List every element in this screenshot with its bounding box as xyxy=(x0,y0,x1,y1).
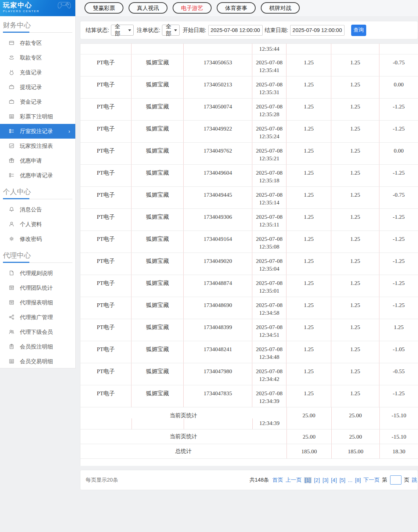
cell-game: 狐媚宝藏 xyxy=(131,54,184,76)
table-row: PT电子狐媚宝藏17340488742025-07-0812:35:011.25… xyxy=(80,275,418,297)
summary-win: -15.10 xyxy=(379,429,418,444)
cell-platform xyxy=(80,44,131,54)
page-link[interactable]: [8] xyxy=(355,477,361,483)
page-jump-input[interactable] xyxy=(390,475,401,485)
sidebar-item-agent-team-stats[interactable]: 代理团队统计 xyxy=(0,281,75,295)
page-link[interactable]: [1] xyxy=(304,477,311,483)
total-win: 18.30 xyxy=(379,444,418,458)
sidebar-item-recharge-records[interactable]: 充值记录 xyxy=(0,65,75,80)
sidebar-item-promo-apply[interactable]: 优惠申请 xyxy=(0,153,75,168)
cell-order: 1734050653 xyxy=(184,54,252,76)
tab-live-video[interactable]: 真人视讯 xyxy=(129,2,167,14)
cell-order: 1734049306 xyxy=(184,209,252,231)
sidebar-item-label: 资金记录 xyxy=(20,99,42,106)
jump-go-link[interactable]: 跳 xyxy=(412,476,417,483)
order-status-select[interactable]: 全部 xyxy=(162,25,180,36)
sidebar-item-promo-apply-records[interactable]: 优惠申请记录 xyxy=(0,168,75,183)
sidebar-item-hall-bet-records[interactable]: 厅室投注记录› xyxy=(0,124,75,139)
cell-bet: 1.25 xyxy=(287,54,331,76)
tab-board-games[interactable]: 棋牌对战 xyxy=(261,2,300,14)
sidebar-item-agent-sub-members[interactable]: 代理下级会员 xyxy=(0,325,75,339)
end-date-input[interactable] xyxy=(290,25,345,36)
cell-valid-bet: 1.25 xyxy=(331,209,379,231)
clipboard-icon xyxy=(9,344,15,350)
cell-bet: 1.25 xyxy=(287,297,331,319)
tab-electronic-games[interactable]: 电子游艺 xyxy=(173,2,212,14)
sidebar-item-deposit-zone[interactable]: 存款专区 xyxy=(0,36,75,50)
cell-game: 狐媚宝藏 xyxy=(131,121,184,142)
sidebar: 玩家中心 PLAYERS CENTER 财务中心存款专区取款专区充值记录提现记录… xyxy=(0,0,76,368)
jump-prefix-label: 第 xyxy=(382,476,388,483)
cell-game: 狐媚宝藏 xyxy=(131,165,184,186)
cell-game: 狐媚宝藏 xyxy=(131,319,184,341)
cell-game: 狐媚宝藏 xyxy=(131,143,184,164)
sidebar-item-withdraw-zone[interactable]: 取款专区 xyxy=(0,50,75,65)
divider xyxy=(131,418,132,429)
sidebar-item-member-transaction-details[interactable]: 会员交易明细 xyxy=(0,354,75,369)
top-tabs-bar: 雙赢彩票真人视讯电子游艺体育赛事棋牌对战 xyxy=(76,0,418,16)
summary-label: 当前页统计 xyxy=(80,412,287,419)
cell-win xyxy=(379,44,418,54)
cell-valid-bet: 1.25 xyxy=(331,54,379,76)
sidebar-item-player-bet-report[interactable]: 玩家投注报表 xyxy=(0,139,75,153)
cell-platform: PT电子 xyxy=(80,341,131,363)
page-link[interactable]: [3] xyxy=(322,477,328,483)
wallet-icon xyxy=(9,99,15,105)
cell-order: 1734049762 xyxy=(184,143,252,164)
sidebar-item-messages[interactable]: 消息公告 xyxy=(0,202,75,217)
cell-datetime: 2025-07-0812:34:42 xyxy=(252,363,287,385)
page-link[interactable]: [5] xyxy=(339,477,345,483)
page-link[interactable]: [4] xyxy=(331,477,337,483)
bell-icon xyxy=(9,207,15,213)
total-count: 共148条 xyxy=(249,476,269,483)
sidebar-item-withdrawal-records[interactable]: 提现记录 xyxy=(0,80,75,94)
sidebar-item-agent-report-details[interactable]: 代理报表明细 xyxy=(0,295,75,310)
cell-bet: 1.25 xyxy=(287,209,331,231)
page-link[interactable]: [2] xyxy=(314,477,320,483)
cell-valid-bet: 1.25 xyxy=(331,253,379,275)
table-row: PT电子狐媚宝藏17340486902025-07-0812:34:581.25… xyxy=(80,297,418,319)
cell-datetime: 2025-07-0812:34:51 xyxy=(252,319,287,341)
cell-game: 狐媚宝藏 xyxy=(131,99,184,120)
cell-valid-bet: 1.25 xyxy=(331,363,379,385)
hand-icon xyxy=(9,55,15,61)
users-icon xyxy=(9,329,15,335)
page-link[interactable]: 首页 xyxy=(272,476,283,483)
section-underline xyxy=(3,32,72,33)
cell-game: 狐媚宝藏 xyxy=(131,363,184,385)
table-row: PT电子狐媚宝藏17340479802025-07-0812:34:421.25… xyxy=(80,363,418,385)
cell-game: 狐媚宝藏 xyxy=(131,275,184,297)
cell-win-loss: -1.25 xyxy=(379,209,418,231)
cell-valid-bet: 1.25 xyxy=(331,275,379,297)
sidebar-item-profile[interactable]: 个人资料 xyxy=(0,217,75,232)
table-row: PT电子狐媚宝藏17340494452025-07-0812:35:141.25… xyxy=(80,187,418,209)
sidebar-item-lottery-bet-details[interactable]: 彩票下注明细 xyxy=(0,109,75,124)
sidebar-item-label: 提现记录 xyxy=(20,84,42,91)
cell-bet: 1.25 xyxy=(287,143,331,164)
page-link[interactable]: 下一页 xyxy=(364,476,380,483)
sidebar-item-change-password[interactable]: 修改密码 xyxy=(0,232,75,246)
sidebar-section-title: 代理中心 xyxy=(0,246,75,260)
sidebar-item-agent-promotion[interactable]: 代理推广管理 xyxy=(0,310,75,325)
cell-win-loss: -1.25 xyxy=(379,121,418,142)
tab-sports[interactable]: 体育赛事 xyxy=(217,2,256,14)
sidebar-item-label: 代理报表明细 xyxy=(20,299,53,306)
sidebar-item-agent-rules[interactable]: 代理规则说明 xyxy=(0,266,75,281)
settle-status-select[interactable]: 全部 xyxy=(111,25,134,36)
page-ellipsis[interactable]: ... xyxy=(348,477,352,483)
cell-valid-bet: 1.25 xyxy=(331,76,379,98)
sidebar-item-member-bet-details[interactable]: 会员投注明细 xyxy=(0,339,75,354)
query-button[interactable]: 查询 xyxy=(351,25,366,36)
cell-platform: PT电子 xyxy=(80,363,131,385)
sidebar-item-funds-records[interactable]: 资金记录 xyxy=(0,94,75,109)
cell-platform: PT电子 xyxy=(80,385,131,407)
tab-lottery[interactable]: 雙赢彩票 xyxy=(84,2,123,14)
report-icon xyxy=(9,285,15,291)
pagination-controls: 共148条 首页上一页[1][2][3][4][5]...[8]下一页 第 页 … xyxy=(249,470,418,490)
share-icon xyxy=(9,314,15,320)
summary-valid: 25.00 xyxy=(331,412,379,419)
doc-icon xyxy=(9,270,15,276)
page-link[interactable]: 上一页 xyxy=(285,476,302,483)
cell-order: 1734048399 xyxy=(184,319,252,341)
start-date-input[interactable] xyxy=(208,25,263,36)
